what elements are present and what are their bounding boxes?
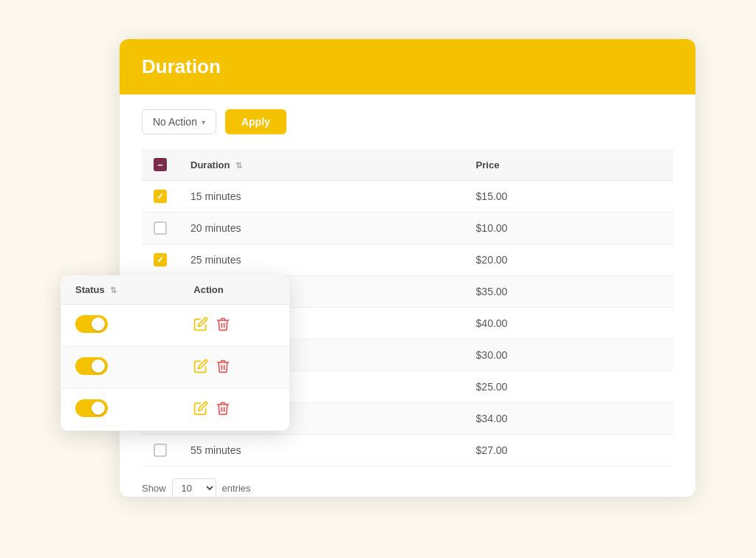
overlay-cell-action	[179, 347, 289, 389]
no-action-dropdown[interactable]: No Action ▾	[142, 109, 216, 134]
overlay-th-action: Action	[179, 275, 289, 305]
edit-button[interactable]	[193, 317, 208, 334]
row-checkbox[interactable]	[154, 444, 167, 457]
overlay-cell-action	[179, 389, 289, 431]
cell-price: $27.00	[464, 435, 673, 466]
table-header-row: Duration ⇅ Price	[142, 149, 673, 181]
cell-price: $35.00	[464, 276, 673, 308]
no-action-label: No Action	[153, 116, 197, 128]
toolbar: No Action ▾ Apply	[142, 109, 673, 134]
entries-label: entries	[222, 483, 251, 494]
status-toggle[interactable]	[75, 357, 108, 375]
row-checkbox[interactable]	[154, 190, 167, 203]
row-checkbox[interactable]	[154, 253, 167, 266]
edit-button[interactable]	[193, 401, 208, 418]
table-footer: Show 102550100 entries	[142, 478, 673, 497]
cell-price: $40.00	[464, 308, 673, 340]
overlay-body	[61, 305, 289, 431]
delete-button[interactable]	[216, 401, 230, 418]
page-title: Duration	[142, 55, 673, 78]
overlay-row	[61, 305, 289, 347]
overlay-row	[61, 347, 289, 389]
action-icons	[193, 401, 275, 418]
apply-button[interactable]: Apply	[225, 109, 286, 134]
overlay-cell-status	[61, 389, 179, 431]
overlay-th-status: Status ⇅	[61, 275, 179, 305]
delete-button[interactable]	[216, 359, 230, 376]
cell-duration: 55 minutes	[179, 435, 464, 466]
cell-price: $34.00	[464, 403, 673, 435]
cell-price: $15.00	[464, 181, 673, 213]
table-row: 55 minutes$27.00	[142, 435, 673, 466]
cell-price: $30.00	[464, 340, 673, 371]
th-checkbox	[142, 149, 179, 181]
overlay-cell-status	[61, 347, 179, 389]
sort-icon-duration[interactable]: ⇅	[236, 161, 242, 170]
row-checkbox[interactable]	[154, 221, 167, 235]
status-toggle[interactable]	[75, 315, 108, 333]
cell-price: $25.00	[464, 371, 673, 403]
table-row: 20 minutes$10.00	[142, 213, 673, 244]
edit-button[interactable]	[193, 359, 208, 376]
cell-duration: 15 minutes	[179, 181, 464, 213]
th-price: Price	[464, 149, 673, 181]
sort-icon-status[interactable]: ⇅	[110, 286, 117, 295]
chevron-down-icon: ▾	[202, 118, 205, 126]
action-icons	[193, 317, 275, 334]
cell-price: $10.00	[464, 213, 673, 244]
overlay-row	[61, 389, 289, 431]
card-header: Duration	[120, 39, 695, 94]
th-duration: Duration ⇅	[179, 149, 464, 181]
table-row: 25 minutes$20.00	[142, 244, 673, 276]
overlay-cell-status	[61, 305, 179, 347]
select-all-checkbox[interactable]	[154, 158, 167, 171]
cell-duration: 20 minutes	[179, 213, 464, 244]
show-label: Show	[142, 483, 166, 494]
overlay-header-row: Status ⇅ Action	[61, 275, 289, 305]
cell-duration: 25 minutes	[179, 244, 464, 276]
action-icons	[193, 359, 275, 376]
overlay-cell-action	[179, 305, 289, 347]
table-row: 15 minutes$15.00	[142, 181, 673, 213]
overlay-card: Status ⇅ Action	[61, 275, 289, 431]
entries-select[interactable]: 102550100	[172, 478, 216, 497]
overlay-table: Status ⇅ Action	[61, 275, 289, 431]
status-toggle[interactable]	[75, 399, 108, 417]
cell-price: $20.00	[464, 244, 673, 276]
delete-button[interactable]	[216, 317, 230, 334]
